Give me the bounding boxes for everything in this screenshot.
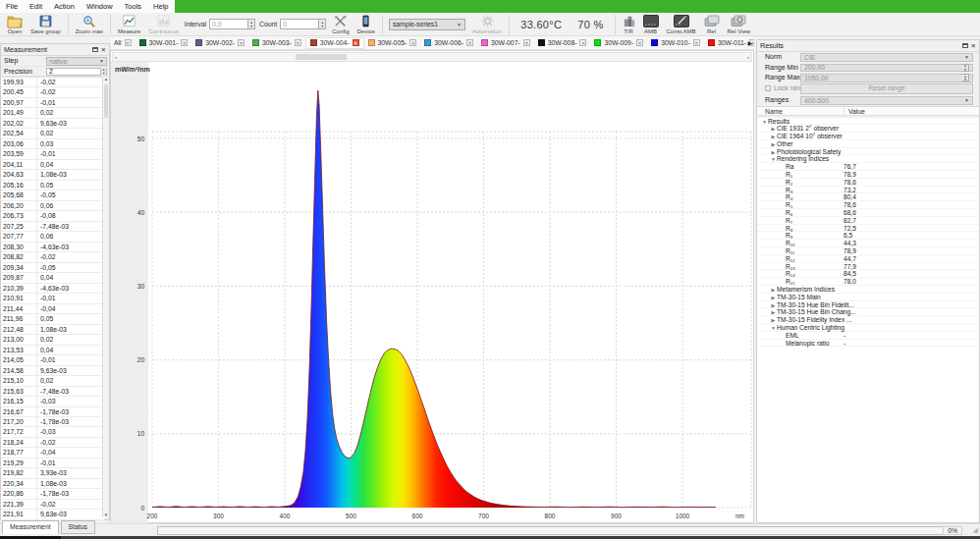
measurement-row[interactable]: 220,86-1,78e-03: [1, 489, 104, 499]
tree-row-r[interactable]: R₂78,6: [757, 179, 979, 187]
menu-item-help[interactable]: Help: [147, 0, 174, 13]
measurement-row[interactable]: 204,110,04: [1, 160, 104, 170]
series-item-30w-007[interactable]: 30W-007-✕: [477, 37, 534, 49]
tree-row-r[interactable]: R₉6,5: [757, 232, 979, 240]
measurement-row[interactable]: 201,490,02: [1, 108, 104, 118]
measurement-row[interactable]: 214,589,63e-03: [1, 366, 104, 376]
measurement-row[interactable]: 219,823,93e-03: [1, 468, 104, 478]
measurement-row[interactable]: 200,45-0,02: [1, 87, 104, 97]
count-spinner[interactable]: ▴▾: [319, 19, 326, 29]
tree-row-tm-30-15-main[interactable]: ▶TM-30-15 Main: [757, 294, 979, 301]
measurement-row[interactable]: 221,919,63e-03: [1, 510, 104, 519]
series-checkbox[interactable]: ✕: [579, 39, 586, 46]
tree-row-rendering-indices[interactable]: ▼Rendering Indices: [757, 155, 979, 163]
measurement-row[interactable]: 207,770,06: [1, 232, 104, 242]
resize-grip-icon[interactable]: ◢: [973, 526, 978, 534]
measurement-row[interactable]: 206,200,06: [1, 201, 104, 211]
measurement-row[interactable]: 208,30-4,63e-03: [1, 243, 104, 252]
rel-button[interactable]: Rel: [700, 15, 724, 34]
measurement-row[interactable]: 203,59-0,01: [1, 149, 104, 159]
series-checkbox[interactable]: ✕: [353, 39, 359, 46]
menu-item-tools[interactable]: Tools: [119, 0, 148, 13]
series-checkbox[interactable]: ✕: [523, 39, 530, 46]
measurement-row[interactable]: 216,67-1,78e-03: [1, 407, 104, 417]
tab-measurement[interactable]: Measurement: [2, 520, 59, 534]
series-select[interactable]: sample-series1▼: [389, 19, 465, 30]
scroll-up-icon[interactable]: ▲: [103, 77, 109, 81]
float-panel-icon[interactable]: [962, 43, 968, 48]
interval-spinner[interactable]: ▴▾: [248, 19, 255, 29]
measurement-row[interactable]: 215,63-7,48e-03: [1, 387, 104, 397]
measurement-row[interactable]: 204,631,08e-03: [1, 170, 104, 180]
measurement-row[interactable]: 211,44-0,04: [1, 304, 104, 314]
const-amb-button[interactable]: Const AMB: [663, 15, 700, 34]
tree-row-other[interactable]: ▶Other: [757, 140, 979, 148]
scroll-down-icon[interactable]: ▼: [103, 512, 109, 517]
series-all-checkbox[interactable]: ✕: [125, 39, 132, 46]
close-panel-icon[interactable]: ✕: [101, 47, 106, 53]
count-input[interactable]: 0: [280, 19, 319, 29]
menu-item-action[interactable]: Action: [48, 0, 81, 13]
tree-row-r[interactable]: R₃73,2: [757, 187, 979, 194]
tree-row-cie-1931-2-observer[interactable]: ▶CIE 1931 2° observer: [757, 125, 979, 133]
device-button[interactable]: Device: [354, 15, 379, 34]
tree-row-melanopic-ratio[interactable]: Melanopic ratio-: [757, 340, 979, 348]
menu-item-window[interactable]: Window: [81, 0, 119, 13]
series-item-30w-002[interactable]: 30W-002-✕: [191, 37, 248, 49]
save-group-button[interactable]: Save group: [27, 15, 65, 34]
measurement-row[interactable]: 200,97-0,01: [1, 98, 104, 108]
measurement-row[interactable]: 205,160,05: [1, 181, 104, 190]
tree-row-eml[interactable]: EML-: [757, 332, 979, 340]
series-checkbox[interactable]: ✕: [295, 39, 301, 46]
scroll-thumb[interactable]: [104, 84, 108, 118]
chart-hscrollbar[interactable]: ‹ ›: [112, 52, 752, 62]
tree-row-human-centric-lighting[interactable]: ▼Human Centric Lighting: [757, 324, 979, 332]
measurement-row[interactable]: 221,39-0,02: [1, 500, 104, 510]
series-item-30w-011[interactable]: 30W-011-✕: [704, 37, 754, 49]
tree-row-r[interactable]: R₄80,4: [757, 193, 979, 201]
series-scroll-right-icon[interactable]: ▶: [747, 39, 752, 46]
tree-row-r[interactable]: R₈72,5: [757, 225, 979, 233]
series-checkbox[interactable]: ✕: [466, 39, 473, 46]
tree-row-r[interactable]: R₁78,9: [757, 171, 979, 179]
measurement-row[interactable]: 203,060,03: [1, 139, 104, 149]
series-checkbox[interactable]: ✕: [409, 39, 416, 46]
precision-spinner[interactable]: ▴▾: [100, 68, 106, 76]
measurement-row[interactable]: 220,341,08e-03: [1, 479, 104, 489]
measurement-row[interactable]: 216,15-0,03: [1, 397, 104, 406]
series-item-30w-001[interactable]: 30W-001-✕: [136, 37, 192, 49]
series-item-30w-009[interactable]: 30W-009-✕: [590, 37, 647, 49]
menu-item-edit[interactable]: Edit: [24, 0, 48, 13]
amb-button[interactable]: AMB: [639, 15, 663, 34]
measurement-row[interactable]: 209,870,04: [1, 273, 104, 283]
tree-row-photobiological-safety[interactable]: ▶Photobiological Safety: [757, 148, 979, 156]
measurement-row[interactable]: 218,24-0,02: [1, 438, 104, 448]
tree-row-r[interactable]: R₁₅78,0: [757, 278, 979, 286]
series-item-30w-010[interactable]: 30W-010-✕: [647, 37, 704, 49]
interval-input[interactable]: 0,0: [209, 19, 248, 29]
measurement-row[interactable]: 208,82-0,02: [1, 252, 104, 262]
menu-item-file[interactable]: File: [0, 0, 24, 13]
measurement-row[interactable]: 207,25-7,48e-03: [1, 222, 104, 232]
measurement-row[interactable]: 212,481,08e-03: [1, 325, 104, 335]
series-checkbox[interactable]: ✕: [181, 39, 188, 46]
measurement-row[interactable]: 213,530,04: [1, 346, 104, 355]
open-button[interactable]: Open: [3, 15, 27, 34]
tree-row-ra[interactable]: Ra76,7: [757, 163, 979, 171]
measurement-row[interactable]: 215,100,02: [1, 376, 104, 386]
series-checkbox[interactable]: ✕: [636, 39, 643, 46]
series-item-30w-008[interactable]: 30W-008-✕: [534, 37, 591, 49]
measurement-row[interactable]: 213,000,02: [1, 335, 104, 345]
measurement-row[interactable]: 211,960,05: [1, 314, 104, 324]
tab-status[interactable]: Status: [61, 520, 95, 534]
tree-row-r[interactable]: R₁₃77,9: [757, 263, 979, 271]
measurement-row[interactable]: 210,39-4,63e-03: [1, 284, 104, 294]
tree-row-r[interactable]: R₁₀44,3: [757, 240, 979, 247]
measurement-row[interactable]: 202,029,63e-03: [1, 119, 104, 129]
rel-view-button[interactable]: Rel View: [724, 15, 755, 34]
tree-row-results[interactable]: ▼Results: [757, 118, 979, 126]
precision-input[interactable]: 2 ▴▾: [46, 68, 107, 77]
measurement-row[interactable]: 209,34-0,05: [1, 263, 104, 273]
measurement-scrollbar[interactable]: ▲ ▼: [102, 77, 109, 517]
tree-row-r[interactable]: R₁₂44,7: [757, 255, 979, 263]
